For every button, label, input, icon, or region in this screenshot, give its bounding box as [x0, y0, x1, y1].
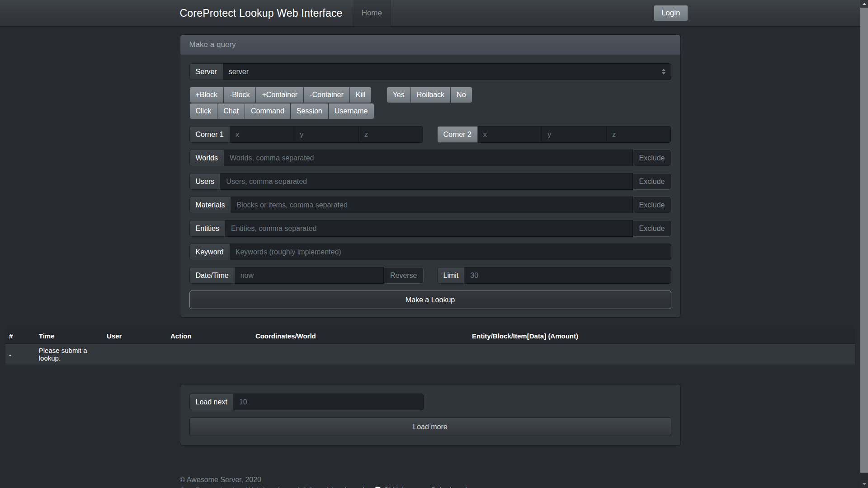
server-select[interactable]: server	[223, 63, 671, 80]
col-time: Time	[35, 328, 103, 344]
click-button[interactable]: Click	[189, 103, 218, 119]
limit-group: Limit	[437, 267, 671, 284]
query-panel: Make a query Server server	[180, 34, 681, 318]
load-next-label: Load next	[189, 394, 234, 410]
worlds-group: Worlds Exclude	[189, 150, 671, 166]
table-row: - Please submit a lookup.	[5, 344, 855, 365]
load-next-input[interactable]	[234, 394, 424, 410]
corner2-group: Corner 2	[437, 126, 671, 143]
server-select-value: server	[229, 68, 249, 76]
materials-input[interactable]	[231, 197, 632, 213]
server-group: Server server	[189, 63, 671, 80]
limit-input[interactable]	[465, 267, 671, 284]
datetime-input[interactable]	[235, 267, 384, 284]
rollback-button[interactable]: Rollback	[411, 87, 451, 103]
plus-block-button[interactable]: +Block	[189, 87, 224, 103]
no-button[interactable]: No	[451, 87, 472, 103]
vertical-scrollbar	[860, 0, 868, 488]
scrollbar-down-button[interactable]	[860, 480, 868, 488]
plus-container-button[interactable]: +Container	[256, 87, 304, 103]
load-next-group: Load next	[189, 394, 424, 410]
pagination-panel: Load next Load more	[180, 384, 681, 446]
worlds-label: Worlds	[189, 150, 225, 166]
col-coordinates: Coordinates/World	[252, 328, 468, 344]
select-arrows-icon	[662, 69, 665, 75]
results-header-row: # Time User Action Coordinates/World Ent…	[5, 328, 855, 344]
entities-label: Entities	[189, 220, 226, 237]
corner1-z-input[interactable]	[359, 126, 424, 143]
col-user: User	[103, 328, 167, 344]
command-button[interactable]: Command	[245, 103, 291, 119]
rollback-button-group: Yes Rollback No	[387, 87, 472, 103]
entities-exclude-button[interactable]: Exclude	[633, 220, 671, 237]
corner2-x-input[interactable]	[478, 126, 542, 143]
datetime-label: Date/Time	[189, 267, 235, 284]
navbar: CoreProtect Lookup Web Interface Home Lo…	[0, 0, 860, 27]
corner2-z-input[interactable]	[607, 126, 671, 143]
keyword-input[interactable]	[230, 244, 671, 260]
col-action: Action	[167, 328, 252, 344]
corner2-y-input[interactable]	[542, 126, 607, 143]
session-button[interactable]: Session	[291, 103, 329, 119]
nav-item-home[interactable]: Home	[353, 0, 391, 26]
col-entity: Entity/Block/Item[Data] (Amount)	[468, 328, 855, 344]
row-message-cell: Please submit a lookup.	[35, 344, 103, 365]
entities-input[interactable]	[226, 220, 633, 237]
corner1-group: Corner 1	[189, 126, 424, 143]
scrollbar-thumb[interactable]	[860, 8, 868, 473]
row-index-cell: -	[5, 344, 35, 365]
reverse-button[interactable]: Reverse	[384, 267, 424, 284]
datetime-group: Date/Time Reverse	[189, 267, 424, 284]
users-exclude-button[interactable]: Exclude	[633, 173, 671, 190]
keyword-group: Keyword	[189, 244, 671, 260]
worlds-input[interactable]	[224, 150, 633, 166]
corner1-x-input[interactable]	[230, 126, 295, 143]
keyword-label: Keyword	[189, 244, 230, 260]
username-button[interactable]: Username	[329, 103, 374, 119]
materials-label: Materials	[189, 197, 231, 213]
kill-button[interactable]: Kill	[350, 87, 372, 103]
corner1-y-input[interactable]	[294, 126, 359, 143]
entities-group: Entities Exclude	[189, 220, 671, 237]
query-panel-header: Make a query	[180, 35, 680, 55]
brand-title[interactable]: CoreProtect Lookup Web Interface	[180, 7, 343, 19]
footer: © Awesome Server, 2020 CoreProtect Looku…	[180, 474, 681, 488]
users-input[interactable]	[221, 173, 632, 190]
limit-label: Limit	[437, 267, 465, 284]
server-label: Server	[189, 63, 223, 80]
make-lookup-button[interactable]: Make a Lookup	[189, 291, 671, 309]
load-more-button[interactable]: Load more	[189, 418, 671, 436]
col-index: #	[5, 328, 35, 344]
worlds-exclude-button[interactable]: Exclude	[633, 150, 671, 166]
materials-exclude-button[interactable]: Exclude	[633, 197, 671, 213]
footer-copyright: © Awesome Server, 2020	[180, 474, 681, 485]
corner1-label: Corner 1	[189, 126, 230, 143]
materials-group: Materials Exclude	[189, 197, 671, 213]
minus-container-button[interactable]: -Container	[304, 87, 350, 103]
chat-button[interactable]: Chat	[217, 103, 245, 119]
minus-block-button[interactable]: -Block	[224, 87, 256, 103]
login-button[interactable]: Login	[654, 5, 688, 21]
misc-action-button-group: Click Chat Command Session Username	[189, 103, 374, 119]
users-label: Users	[189, 173, 221, 190]
users-group: Users Exclude	[189, 173, 671, 190]
yes-button[interactable]: Yes	[387, 87, 411, 103]
scrollbar-up-button[interactable]	[860, 0, 868, 8]
results-table: # Time User Action Coordinates/World Ent…	[0, 328, 860, 365]
block-button-group: +Block -Block +Container -Container Kill	[189, 87, 372, 103]
corner2-toggle-button[interactable]: Corner 2	[437, 126, 478, 143]
